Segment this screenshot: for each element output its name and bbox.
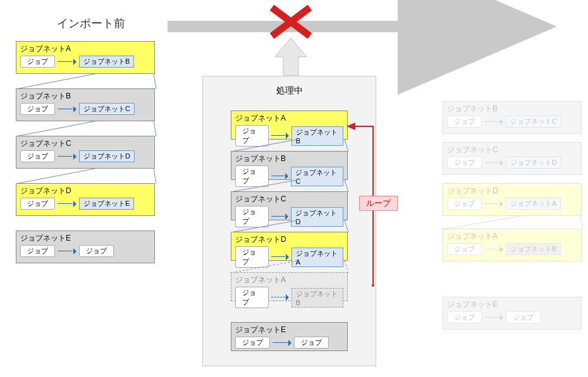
job-box: ジョブ: [20, 150, 55, 162]
nested-jobnet: ジョブネットE: [79, 198, 134, 210]
proc-jobnet-e: ジョブネットE ジョブ ジョブ: [231, 322, 348, 351]
jobnet-title: ジョブネットB: [447, 104, 577, 114]
nested-jobnet: ジョブネットD: [506, 157, 561, 169]
arrow-icon: [271, 213, 289, 220]
nested-jobnet: ジョブネットB: [291, 288, 343, 308]
proc-link-d-ghost: [231, 261, 351, 273]
after-jobnet-a: ジョブネットA ジョブ ジョブネットB: [443, 229, 582, 261]
diagram-canvas: インポート前 インポート後 ジョブネットA ジョブ ジョブネットB ジョブネット…: [6, 6, 582, 373]
nested-jobnet: ジョブネットD: [79, 150, 135, 162]
jobnet-title: ジョブネットA: [235, 275, 343, 285]
svg-line-7: [16, 169, 95, 184]
after-link-d-a: [443, 216, 585, 230]
proc-jobnet-a: ジョブネットA ジョブ ジョブネットB: [231, 111, 348, 140]
proc-link-c-d: [231, 220, 351, 233]
arrow-icon: [271, 133, 289, 139]
link-a-b: [16, 74, 158, 90]
job-box: ジョブ: [235, 287, 269, 308]
svg-line-11: [231, 180, 297, 192]
svg-line-19: [580, 216, 583, 229]
before-jobnet-a: ジョブネットA ジョブ ジョブネットB: [16, 41, 155, 74]
job-box: ジョブ: [506, 311, 541, 323]
job-box: ジョブ: [447, 311, 482, 323]
proc-link-a-b: [231, 140, 351, 152]
job-box: ジョブ: [20, 103, 55, 115]
proc-link-b-c: [231, 180, 351, 193]
proc-jobnet-d: ジョブネットD ジョブ ジョブネットA: [231, 232, 348, 261]
jobnet-title: ジョブネットD: [235, 234, 343, 245]
jobnet-title: ジョブネットD: [20, 186, 150, 196]
arrow-icon: [484, 201, 503, 207]
jobnet-title: ジョブネットA: [20, 44, 150, 54]
svg-line-5: [16, 121, 95, 136]
arrow-icon: [273, 340, 291, 346]
jobnet-title: ジョブネットB: [20, 91, 150, 102]
svg-line-13: [231, 220, 297, 232]
jobnet-title: ジョブネットC: [20, 138, 150, 149]
job-box: ジョブ: [20, 245, 55, 257]
after-jobnet-b: ジョブネットB ジョブ ジョブネットC: [443, 101, 582, 134]
jobnet-title: ジョブネットE: [235, 325, 343, 335]
arrow-icon: [271, 173, 289, 179]
after-jobnet-d: ジョブネットD ジョブ ジョブネットA: [443, 183, 582, 216]
nested-jobnet: ジョブネットA: [506, 198, 561, 210]
svg-line-4: [154, 74, 156, 89]
arrow-icon: [58, 153, 77, 160]
before-jobnet-d: ジョブネットD ジョブ ジョブネットE: [16, 183, 155, 216]
before-jobnet-e: ジョブネットE ジョブ ジョブ: [16, 230, 155, 263]
jobnet-title: ジョブネットA: [235, 113, 343, 124]
arrow-icon: [58, 248, 77, 254]
loop-label: ループ: [359, 196, 398, 211]
proc-jobnet-b: ジョブネットB ジョブ ジョブネットC: [231, 151, 348, 180]
proc-jobnet-c: ジョブネットC ジョブ ジョブネットD: [231, 191, 348, 220]
job-box: ジョブ: [294, 337, 329, 349]
title-before: インポート前: [57, 16, 125, 31]
jobnet-title: ジョブネットD: [447, 186, 577, 196]
arrow-icon: [484, 246, 503, 253]
svg-point-17: [372, 284, 374, 287]
link-c-d: [16, 169, 158, 184]
after-jobnet-c: ジョブネットC ジョブ ジョブネットD: [443, 142, 582, 175]
job-box: ジョブ: [447, 198, 482, 210]
panel-title: 処理中: [203, 85, 376, 97]
nested-jobnet: ジョブネットC: [79, 103, 135, 115]
arrow-icon: [271, 254, 289, 260]
nested-jobnet: ジョブネットB: [506, 243, 561, 255]
svg-line-18: [443, 216, 522, 229]
arrow-icon: [484, 314, 503, 321]
before-jobnet-b: ジョブネットB ジョブ ジョブネットC: [16, 88, 155, 121]
nested-jobnet: ジョブネットB: [79, 56, 134, 68]
svg-line-8: [154, 169, 156, 184]
svg-line-15: [231, 261, 297, 273]
arrow-icon: [484, 119, 503, 125]
before-jobnet-c: ジョブネットC ジョブ ジョブネットD: [16, 136, 155, 169]
jobnet-title: ジョブネットE: [447, 299, 577, 310]
job-box: ジョブ: [447, 116, 482, 128]
arrow-icon: [58, 59, 77, 65]
proc-jobnet-a-ghost: ジョブネットA ジョブ ジョブネットB: [231, 272, 348, 301]
arrow-icon: [271, 294, 289, 301]
job-box: ジョブ: [447, 243, 482, 255]
reject-x-icon: [266, 1, 316, 45]
jobnet-title: ジョブネットA: [447, 231, 577, 242]
link-b-c: [16, 121, 158, 137]
arrow-icon: [58, 201, 77, 207]
job-box: ジョブ: [447, 157, 482, 169]
jobnet-title: ジョブネットE: [20, 233, 150, 244]
svg-line-6: [154, 121, 156, 136]
jobnet-title: ジョブネットC: [447, 145, 577, 155]
job-box: ジョブ: [20, 198, 55, 210]
job-box: ジョブ: [79, 245, 114, 257]
title-after: インポート後: [458, 16, 527, 31]
jobnet-title: ジョブネットC: [235, 194, 343, 205]
nested-jobnet: ジョブネットC: [506, 116, 561, 128]
after-jobnet-e: ジョブネットE ジョブ ジョブ: [443, 297, 582, 330]
arrow-icon: [484, 160, 503, 166]
jobnet-title: ジョブネットB: [235, 153, 343, 164]
svg-line-3: [16, 74, 95, 89]
arrow-icon: [58, 106, 77, 112]
loop-arrow: [348, 120, 386, 303]
job-box: ジョブ: [235, 337, 270, 349]
job-box: ジョブ: [20, 56, 55, 68]
svg-line-9: [231, 140, 297, 152]
